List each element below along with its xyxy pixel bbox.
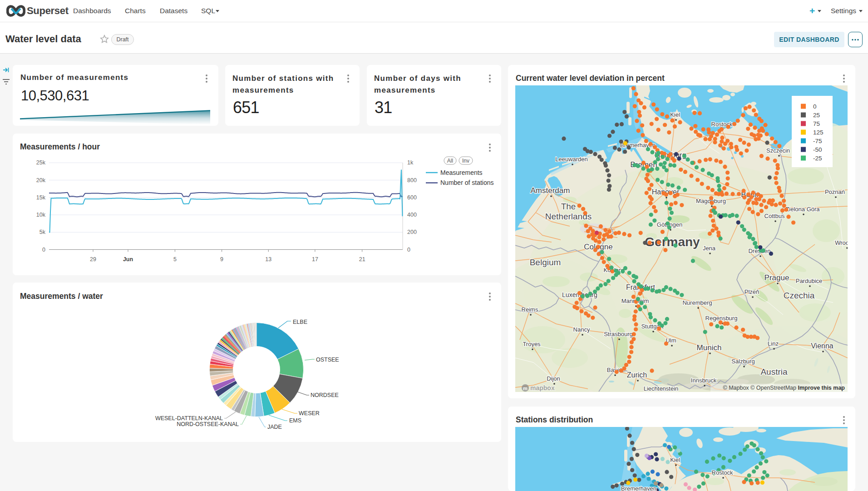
svg-text:Prague: Prague — [764, 273, 789, 282]
svg-text:Jena: Jena — [703, 245, 716, 252]
svg-text:NORD-OSTSEE-KANAL: NORD-OSTSEE-KANAL — [177, 421, 239, 427]
svg-text:WESEL-DATTELN-KANAL: WESEL-DATTELN-KANAL — [155, 415, 223, 422]
svg-text:Pardubice: Pardubice — [796, 278, 823, 284]
svg-text:200: 200 — [407, 229, 417, 235]
svg-text:-75: -75 — [813, 138, 822, 144]
svg-text:21: 21 — [359, 256, 365, 263]
svg-text:600: 600 — [407, 194, 417, 201]
svg-text:Rostock: Rostock — [712, 469, 733, 476]
svg-text:Poznań: Poznań — [825, 188, 845, 195]
svg-text:800: 800 — [407, 177, 417, 184]
svg-text:5: 5 — [173, 256, 177, 263]
svg-text:Jun: Jun — [123, 256, 133, 263]
svg-text:Cottbus: Cottbus — [764, 213, 785, 219]
svg-text:1k: 1k — [407, 159, 414, 166]
svg-text:m: m — [523, 386, 528, 391]
svg-text:25k: 25k — [36, 159, 46, 166]
svg-text:Belgium: Belgium — [530, 258, 561, 267]
svg-text:Linz: Linz — [768, 340, 779, 347]
svg-text:Reims: Reims — [522, 306, 538, 313]
svg-text:ELBE: ELBE — [293, 319, 307, 325]
svg-text:WESER: WESER — [299, 410, 320, 417]
svg-text:0: 0 — [813, 103, 817, 110]
svg-text:29: 29 — [90, 256, 96, 263]
svg-text:JADE: JADE — [267, 424, 282, 430]
svg-text:Amsterdam: Amsterdam — [531, 186, 570, 195]
svg-text:15k: 15k — [36, 194, 46, 201]
svg-text:Kiel: Kiel — [670, 456, 680, 463]
svg-text:© Mapbox © OpenStreetMap Impro: © Mapbox © OpenStreetMap Improve this ma… — [723, 385, 845, 391]
svg-text:Dijon: Dijon — [547, 375, 560, 382]
svg-text:0: 0 — [42, 247, 45, 253]
svg-text:Bremerhaven: Bremerhaven — [621, 485, 656, 491]
svg-text:Austria: Austria — [760, 367, 788, 377]
svg-text:Plzeň: Plzeň — [745, 288, 760, 295]
svg-text:Szczecin: Szczecin — [766, 147, 790, 154]
svg-text:Strasbourg: Strasbourg — [604, 331, 633, 337]
svg-text:Number of stations: Number of stations — [440, 179, 494, 186]
svg-text:13: 13 — [265, 256, 271, 263]
svg-text:EMS: EMS — [289, 417, 301, 424]
svg-text:All: All — [447, 158, 453, 164]
svg-text:0: 0 — [407, 247, 410, 253]
svg-text:-50: -50 — [813, 146, 822, 153]
svg-text:Kiel: Kiel — [670, 111, 680, 118]
svg-text:Wrocław: Wrocław — [835, 239, 848, 246]
svg-text:NORDSEE: NORDSEE — [311, 392, 339, 398]
svg-text:Inv: Inv — [462, 158, 469, 164]
svg-text:9: 9 — [220, 256, 223, 263]
svg-text:Measurements: Measurements — [440, 169, 483, 176]
svg-text:-25: -25 — [813, 155, 822, 162]
svg-text:Troyes: Troyes — [523, 341, 541, 347]
svg-text:5k: 5k — [39, 229, 46, 235]
svg-text:75: 75 — [813, 120, 820, 127]
svg-text:Salzburg: Salzburg — [731, 358, 755, 365]
svg-text:Munich: Munich — [697, 343, 722, 352]
svg-text:Czechia: Czechia — [784, 291, 815, 300]
svg-text:Germany: Germany — [645, 235, 700, 249]
svg-text:Innsbruck: Innsbruck — [691, 377, 717, 384]
svg-text:125: 125 — [813, 129, 824, 136]
svg-text:10k: 10k — [36, 212, 46, 218]
svg-text:400: 400 — [407, 212, 417, 218]
svg-text:20k: 20k — [36, 177, 46, 184]
svg-text:17: 17 — [312, 256, 318, 263]
svg-text:The: The — [561, 202, 576, 211]
svg-text:Zielona Góra: Zielona Góra — [785, 206, 820, 213]
svg-text:Liechtenstein: Liechtenstein — [644, 385, 679, 392]
svg-text:Vienna: Vienna — [811, 342, 833, 350]
svg-text:OSTSEE: OSTSEE — [316, 357, 339, 363]
svg-text:25: 25 — [813, 112, 820, 119]
svg-text:Nancy: Nancy — [573, 326, 590, 333]
svg-text:mapbox: mapbox — [530, 384, 555, 392]
svg-text:Leeuwarden: Leeuwarden — [555, 156, 588, 163]
svg-text:Nuremberg: Nuremberg — [682, 299, 712, 306]
svg-text:Zurich: Zurich — [627, 371, 647, 379]
